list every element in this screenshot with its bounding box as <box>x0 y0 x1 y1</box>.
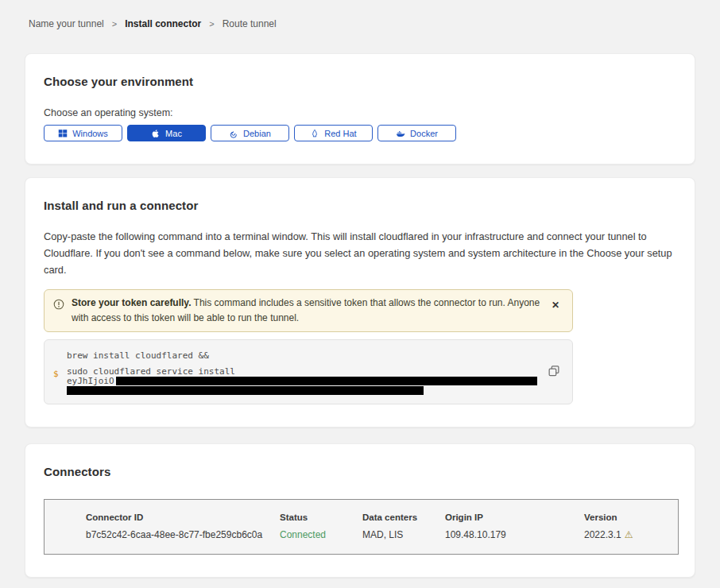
close-icon[interactable]: ✕ <box>548 296 563 315</box>
install-connector-card: Install and run a connector Copy-paste t… <box>25 177 695 427</box>
docker-whale-icon <box>396 129 405 138</box>
os-select-label: Choose an operating system: <box>44 107 676 118</box>
code-line-token-2 <box>67 386 537 396</box>
os-button-label: Docker <box>410 129 438 138</box>
col-data-centers: Data centers <box>362 513 445 522</box>
os-button-debian[interactable]: Debian <box>211 125 289 141</box>
debian-swirl-icon <box>229 129 238 138</box>
status-badge: Connected <box>280 529 362 540</box>
redhat-icon <box>310 129 319 138</box>
os-button-label: Debian <box>243 129 271 138</box>
redacted-token-bar <box>67 386 424 396</box>
connectors-card: Connectors Connector ID Status Data cent… <box>25 443 695 578</box>
code-line-sudo: sudo cloudflared service install <box>67 366 537 377</box>
os-button-windows[interactable]: Windows <box>44 125 122 141</box>
breadcrumb-route-tunnel[interactable]: Route tunnel <box>223 18 277 29</box>
os-button-label: Red Hat <box>324 129 356 138</box>
col-version: Version <box>584 513 670 522</box>
token-warning-title: Store your token carefully. <box>72 297 192 308</box>
col-connector-id: Connector ID <box>86 513 280 522</box>
breadcrumb-separator: > <box>112 19 117 29</box>
os-button-mac[interactable]: Mac <box>127 125 206 141</box>
choose-environment-card: Choose your environment Choose an operat… <box>25 53 695 164</box>
os-button-label: Mac <box>165 129 182 138</box>
col-origin-ip: Origin IP <box>445 513 584 522</box>
code-line-token: eyJhIjoiO <box>67 377 537 386</box>
origin-ip-cell: 109.48.10.179 <box>445 529 584 540</box>
copy-icon <box>547 364 561 378</box>
breadcrumb: Name your tunnel > Install connector > R… <box>0 0 720 29</box>
os-button-docker[interactable]: Docker <box>377 125 456 141</box>
install-connector-title: Install and run a connector <box>44 199 676 212</box>
breadcrumb-name-your-tunnel[interactable]: Name your tunnel <box>29 18 104 29</box>
connectors-table-header: Connector ID Status Data centers Origin … <box>45 500 678 522</box>
install-command-codeblock: brew install cloudflared && $ sudo cloud… <box>44 339 573 404</box>
os-button-redhat[interactable]: Red Hat <box>294 125 373 141</box>
connector-id-cell: b7c52c42-6caa-48ee-8c77-fbe259cb6c0a <box>86 529 280 540</box>
code-line-brew: brew install cloudflared && <box>67 350 537 361</box>
token-prefix: eyJhIjoiO <box>67 376 114 386</box>
content-wrapper: Choose your environment Choose an operat… <box>25 53 695 588</box>
redacted-token-bar <box>116 377 537 386</box>
install-description: Copy-paste the following command into a … <box>44 228 676 278</box>
connector-row: b7c52c42-6caa-48ee-8c77-fbe259cb6c0a Con… <box>45 522 678 554</box>
copy-command-button[interactable] <box>547 364 561 378</box>
choose-environment-title: Choose your environment <box>44 75 676 88</box>
alert-circle-icon <box>53 299 64 310</box>
apple-icon <box>151 129 161 138</box>
token-warning-banner: Store your token carefully. This command… <box>44 289 573 331</box>
shell-prompt: $ <box>53 369 59 379</box>
connectors-table: Connector ID Status Data centers Origin … <box>44 499 679 555</box>
version-warning-icon: ⚠ <box>625 529 633 540</box>
windows-icon <box>58 129 68 138</box>
tunnel-setup-page: Name your tunnel > Install connector > R… <box>0 0 720 588</box>
version-cell: 2022.3.1⚠ <box>584 529 670 540</box>
connectors-title: Connectors <box>44 465 676 478</box>
breadcrumb-install-connector[interactable]: Install connector <box>125 18 201 29</box>
col-status: Status <box>280 513 362 522</box>
breadcrumb-separator: > <box>209 19 214 29</box>
os-button-row: Windows Mac Debian <box>44 125 676 141</box>
token-warning-text: Store your token carefully. This command… <box>72 296 541 325</box>
os-button-label: Windows <box>72 129 108 138</box>
data-centers-cell: MAD, LIS <box>362 529 445 540</box>
